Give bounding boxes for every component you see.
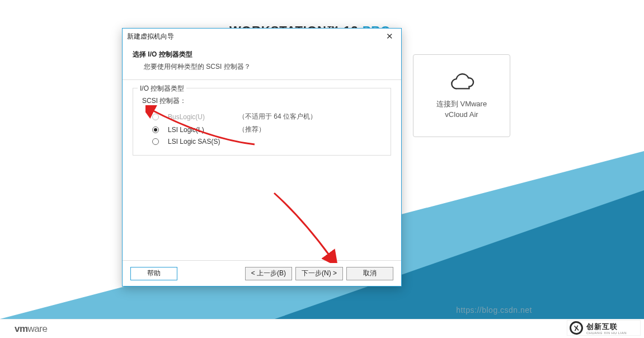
next-button[interactable]: 下一步(N) >	[295, 267, 343, 280]
vcloud-card-label: 连接到 VMware vCloud Air	[436, 99, 487, 119]
cxhl-logo: X 创新互联 CHUANG XIN HU LIAN	[567, 320, 641, 336]
radio-hint-lsilogic: （推荐）	[238, 125, 265, 134]
dialog-body: I/O 控制器类型 SCSI 控制器： BusLogic(U) （不适用于 64…	[123, 80, 401, 260]
bottom-bar: vmware	[0, 319, 644, 338]
cancel-button[interactable]: 取消	[346, 267, 393, 280]
radio-lsilogicsas[interactable]	[152, 138, 159, 145]
cloud-icon	[449, 72, 474, 92]
radio-lsilogic[interactable]	[152, 126, 159, 133]
group-legend: I/O 控制器类型	[138, 84, 186, 93]
close-icon: ✕	[386, 31, 393, 41]
radio-row-lsilogicsas[interactable]: LSI Logic SAS(S)	[140, 136, 384, 147]
dialog-title: 新建虚拟机向导	[127, 32, 174, 41]
vmware-logo: vmware	[15, 323, 47, 335]
radio-label-lsilogicsas: LSI Logic SAS(S)	[168, 138, 229, 145]
radio-label-buslogic: BusLogic(U)	[168, 113, 229, 121]
radio-row-buslogic[interactable]: BusLogic(U) （不适用于 64 位客户机）	[140, 110, 384, 123]
dialog-header-subtitle: 您要使用何种类型的 SCSI 控制器？	[133, 62, 391, 72]
back-button[interactable]: < 上一步(B)	[245, 267, 292, 280]
dialog-header: 选择 I/O 控制器类型 您要使用何种类型的 SCSI 控制器？	[123, 44, 401, 80]
radio-buslogic[interactable]	[152, 114, 159, 120]
scsi-label: SCSI 控制器：	[142, 96, 384, 106]
cxhl-cn: 创新互联	[586, 322, 618, 331]
dialog-footer: 帮助 < 上一步(B) 下一步(N) > 取消	[123, 260, 401, 286]
cxhl-mark-icon: X	[568, 320, 584, 335]
dialog-header-title: 选择 I/O 控制器类型	[133, 50, 391, 59]
radio-hint-buslogic: （不适用于 64 位客户机）	[238, 112, 317, 121]
help-button[interactable]: 帮助	[130, 267, 177, 280]
radio-row-lsilogic[interactable]: LSI Logic(L) （推荐）	[140, 123, 384, 136]
titlebar: 新建虚拟机向导 ✕	[123, 29, 401, 44]
close-button[interactable]: ✕	[381, 30, 398, 43]
vcloud-air-card[interactable]: 连接到 VMware vCloud Air	[413, 54, 510, 137]
cxhl-en: CHUANG XIN HU LIAN	[586, 331, 627, 335]
radio-label-lsilogic: LSI Logic(L)	[168, 126, 229, 134]
watermark-text: https://blog.csdn.net	[456, 306, 532, 314]
io-controller-group: I/O 控制器类型 SCSI 控制器： BusLogic(U) （不适用于 64…	[133, 88, 391, 156]
wizard-dialog: 新建虚拟机向导 ✕ 选择 I/O 控制器类型 您要使用何种类型的 SCSI 控制…	[122, 28, 402, 287]
